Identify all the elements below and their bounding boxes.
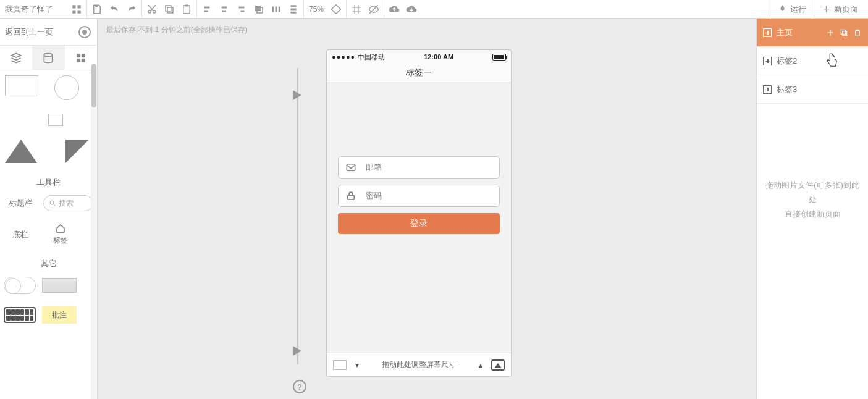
comp-bottombar-label[interactable]: 底栏: [4, 229, 37, 240]
expand-icon[interactable]: [763, 57, 772, 65]
rotate-icon[interactable]: [327, 0, 345, 19]
cloud-upload-icon[interactable]: [386, 0, 403, 19]
phone-mockup[interactable]: ●●●●● 中国移动 12:00 AM 标签一 邮箱 密码 登录 ▾: [326, 49, 512, 377]
cut-icon[interactable]: [143, 0, 161, 19]
svg-rect-0: [72, 5, 75, 8]
divider: [141, 0, 142, 19]
run-button[interactable]: 运行: [772, 0, 812, 19]
svg-point-26: [50, 201, 54, 204]
shape-circle[interactable]: [54, 75, 79, 100]
svg-rect-1: [78, 5, 81, 8]
align-left-icon[interactable]: [198, 0, 216, 19]
search-placeholder: 搜索: [59, 198, 74, 209]
redo-icon[interactable]: [123, 0, 140, 19]
page-row-2[interactable]: 标签2: [757, 47, 868, 75]
back-row[interactable]: 返回到上一页: [0, 19, 97, 46]
align-center-icon[interactable]: [216, 0, 233, 19]
distribute-v-icon[interactable]: [285, 0, 302, 19]
delete-icon[interactable]: [853, 28, 862, 37]
expand-icon[interactable]: [763, 28, 772, 37]
device-frame: ●●●●● 中国移动 12:00 AM 标签一 邮箱 密码 登录 ▾: [326, 49, 515, 377]
svg-rect-16: [291, 5, 297, 7]
new-page-label: 新页面: [834, 4, 858, 15]
layout-icon[interactable]: [68, 0, 85, 19]
left-tabs: [0, 46, 97, 70]
email-placeholder: 邮箱: [366, 162, 382, 173]
svg-rect-8: [167, 7, 173, 13]
search-icon: [49, 200, 56, 207]
shape-triangle[interactable]: [5, 140, 37, 163]
ruler-handle-top[interactable]: [293, 90, 301, 100]
paste-icon[interactable]: [178, 0, 195, 19]
page-label: 标签3: [777, 84, 797, 95]
svg-rect-31: [843, 31, 847, 35]
chevron-down-icon[interactable]: ▾: [355, 361, 359, 369]
grid-icon[interactable]: [348, 0, 365, 19]
duplicate-icon[interactable]: [840, 28, 848, 37]
email-field[interactable]: 邮箱: [338, 156, 500, 178]
divider: [303, 0, 304, 19]
save-icon[interactable]: [88, 0, 106, 19]
comp-titlebar-label[interactable]: 标题栏: [4, 198, 37, 209]
help-icon[interactable]: ?: [293, 380, 306, 393]
shape-small-rect[interactable]: [48, 114, 63, 126]
svg-rect-29: [348, 195, 355, 200]
login-button[interactable]: 登录: [338, 213, 500, 234]
svg-rect-4: [95, 5, 98, 7]
resize-hint[interactable]: 拖动此处调整屏幕尺寸: [368, 359, 470, 370]
rocket-icon: [778, 4, 787, 14]
shape-right-triangle[interactable]: [65, 140, 89, 163]
tab-components-icon[interactable]: [0, 46, 32, 70]
password-field[interactable]: 密码: [338, 185, 500, 207]
home-icon: [55, 224, 66, 233]
undo-icon[interactable]: [106, 0, 123, 19]
signal-dots: ●●●●●: [332, 53, 355, 61]
cloud-download-icon[interactable]: [403, 0, 420, 19]
svg-rect-11: [255, 6, 261, 11]
svg-line-27: [54, 204, 56, 206]
comp-toggle[interactable]: [4, 277, 36, 294]
divider: [770, 0, 770, 19]
svg-rect-17: [291, 8, 297, 10]
page-label: 主页: [777, 27, 793, 38]
status-bar: ●●●●● 中国移动 12:00 AM: [327, 50, 511, 64]
scrollbar-thumb[interactable]: [91, 64, 96, 107]
tab-data-icon[interactable]: [32, 46, 64, 70]
drop-hint-line1: 拖动图片文件(可多张)到此处: [762, 178, 863, 207]
back-label: 返回到上一页: [5, 27, 53, 38]
left-scrollbar[interactable]: [91, 64, 97, 399]
svg-rect-7: [166, 6, 171, 11]
color-swatch[interactable]: [333, 360, 347, 370]
comp-slider[interactable]: [42, 278, 77, 293]
svg-rect-23: [82, 54, 85, 57]
canvas-area[interactable]: 最后保存:不到 1 分钟之前(全部操作已保存) ? ●●●●● 中国移动 12:…: [98, 19, 756, 399]
new-page-button[interactable]: 新页面: [815, 0, 864, 19]
page-row-3[interactable]: 标签3: [757, 75, 868, 104]
vertical-ruler[interactable]: [297, 68, 298, 364]
comp-keyboard[interactable]: [4, 307, 36, 323]
svg-rect-3: [78, 10, 81, 13]
svg-rect-24: [77, 58, 80, 62]
visibility-icon[interactable]: [365, 0, 382, 19]
shape-rectangle[interactable]: [5, 75, 38, 96]
svg-rect-25: [82, 58, 85, 62]
zoom-level[interactable]: 75%: [305, 5, 327, 14]
image-icon[interactable]: [491, 359, 505, 371]
bring-front-icon[interactable]: [250, 0, 268, 19]
phone-body: 邮箱 密码 登录: [327, 82, 511, 353]
comp-note[interactable]: 批注: [42, 306, 77, 324]
components-list: 工具栏 标题栏 搜索 底栏 标签 其它 批注: [0, 70, 97, 399]
comp-home-tag[interactable]: 标签: [43, 224, 78, 246]
add-page-icon[interactable]: [826, 28, 835, 37]
target-icon[interactable]: [78, 26, 91, 38]
copy-icon[interactable]: [161, 0, 178, 19]
expand-icon[interactable]: [763, 85, 772, 94]
comp-search-pill[interactable]: 搜索: [43, 195, 93, 211]
lock-icon: [345, 190, 357, 201]
divider: [384, 0, 384, 19]
chevron-up-icon[interactable]: ▴: [479, 361, 482, 369]
page-row-main[interactable]: 主页: [757, 19, 868, 47]
align-right-icon[interactable]: [233, 0, 250, 19]
ruler-handle-bottom[interactable]: [293, 346, 301, 356]
distribute-h-icon[interactable]: [268, 0, 285, 19]
